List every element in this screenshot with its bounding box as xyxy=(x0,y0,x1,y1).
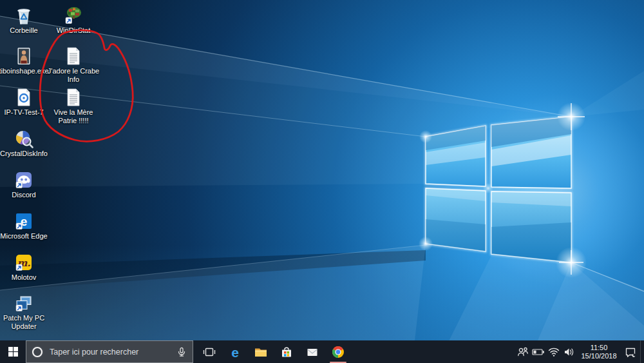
desktop-icon-label: IP-TV-Test-7 xyxy=(0,108,52,117)
volume-icon[interactable] xyxy=(562,340,577,363)
patch-my-pc-shortcut-icon xyxy=(0,291,52,313)
crystaldiskinfo-icon xyxy=(0,127,52,149)
system-tray: 11:50 15/10/2018 xyxy=(515,340,644,363)
desktop-icon-corbeille[interactable]: Corbeille xyxy=(0,4,52,35)
desktop-icon-label: J'adore le Crabe Info xyxy=(45,67,102,84)
edge-button[interactable]: e xyxy=(223,340,247,363)
desktop-icon-label: Patch My PC Updater xyxy=(0,314,52,331)
taskbar: Taper ici pour rechercher e xyxy=(0,340,644,363)
desktop-icon-label: Discord xyxy=(0,191,52,199)
search-box[interactable]: Taper ici pour rechercher xyxy=(26,340,193,363)
file-explorer-button[interactable] xyxy=(249,340,272,363)
people-icon[interactable] xyxy=(515,340,531,363)
clock[interactable]: 11:50 15/10/2018 xyxy=(577,344,621,360)
mail-button[interactable] xyxy=(301,340,324,363)
desktop-icon-windirstat[interactable]: WinDirStat xyxy=(45,4,102,35)
action-center-icon[interactable] xyxy=(621,340,640,363)
windirstat-icon xyxy=(45,4,102,26)
edge-icon: e xyxy=(227,344,243,360)
iptv-test-file-icon xyxy=(0,86,52,108)
desktop-icon-label: Molotov xyxy=(0,273,52,282)
mail-icon xyxy=(306,346,319,358)
microphone-icon[interactable] xyxy=(176,347,187,357)
wifi-icon[interactable] xyxy=(546,340,562,363)
desktop-icon-crystaldiskinfo[interactable]: CrystalDiskInfo xyxy=(0,127,52,158)
desktop-icon-label: Vive la Mère Patrie !!!!! xyxy=(45,108,102,125)
desktop-icon-label: Microsoft Edge xyxy=(0,232,52,240)
desktop-icon-microsoft-edge[interactable]: e Microsoft Edge xyxy=(0,210,52,240)
desktop-icon-label: WinDirStat xyxy=(45,26,102,35)
desktop-icon-tiboinshape[interactable]: tiboinshape.exe xyxy=(0,44,52,75)
svg-text:e: e xyxy=(231,344,239,359)
desktop-icon-ip-tv-test[interactable]: IP-TV-Test-7 xyxy=(0,86,52,117)
store-button[interactable] xyxy=(275,340,298,363)
file-explorer-icon xyxy=(254,345,268,359)
start-button[interactable] xyxy=(0,340,26,363)
desktop-icon-label: Corbeille xyxy=(0,26,52,35)
chrome-button[interactable] xyxy=(327,340,350,363)
desktop-icon-discord[interactable]: Discord xyxy=(0,168,52,199)
text-file-icon xyxy=(45,44,102,66)
photo-thumbnail-icon xyxy=(0,44,52,66)
desktop-icon-vive-la-mere-patrie[interactable]: Vive la Mère Patrie !!!!! xyxy=(45,86,102,125)
desktop-icon-jadore-le-crabe-info[interactable]: J'adore le Crabe Info xyxy=(45,44,102,84)
desktop-icon-label: tiboinshape.exe xyxy=(0,67,52,75)
battery-icon[interactable] xyxy=(531,340,546,363)
text-file-icon xyxy=(45,86,102,108)
task-view-button[interactable] xyxy=(198,340,221,363)
desktop-icon-molotov[interactable]: m. Molotov xyxy=(0,251,52,282)
task-view-icon xyxy=(203,346,216,358)
molotov-shortcut-icon: m. xyxy=(0,251,52,273)
chrome-icon xyxy=(331,345,345,359)
edge-shortcut-icon: e xyxy=(0,210,52,231)
tray-date: 15/10/2018 xyxy=(578,352,620,360)
discord-shortcut-icon xyxy=(0,168,52,190)
desktop: Corbeille WinDirStat xyxy=(0,0,644,363)
cortana-circle-icon xyxy=(31,346,44,358)
search-placeholder: Taper ici pour rechercher xyxy=(50,348,138,357)
store-icon xyxy=(280,346,293,358)
desktop-icon-patch-my-pc-updater[interactable]: Patch My PC Updater xyxy=(0,291,52,331)
desktop-icon-label: CrystalDiskInfo xyxy=(0,150,52,158)
windows-logo-icon xyxy=(8,347,18,357)
show-desktop-button[interactable] xyxy=(640,340,644,363)
recycle-bin-icon xyxy=(0,4,52,26)
tray-time: 11:50 xyxy=(578,344,620,352)
